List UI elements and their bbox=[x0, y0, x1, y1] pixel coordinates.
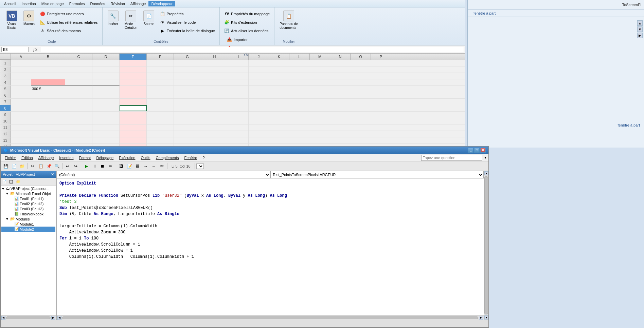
tree-item-feuil2[interactable]: 📊 Feuil2 (Feuil2) bbox=[1, 201, 55, 206]
cell-d10[interactable] bbox=[92, 118, 120, 124]
cell-e3[interactable] bbox=[120, 73, 147, 79]
project-view-object-btn[interactable]: 🔲 bbox=[8, 178, 14, 185]
cell-a13[interactable] bbox=[11, 137, 31, 143]
btn-proprietes[interactable]: 📋 Propriétés bbox=[158, 10, 217, 18]
cell-b11[interactable] bbox=[31, 124, 65, 131]
cell-i6[interactable] bbox=[228, 92, 249, 98]
cell-a11[interactable] bbox=[11, 124, 31, 131]
menu-developpeur[interactable]: Développeur bbox=[148, 1, 175, 6]
vba-menu-format[interactable]: Format bbox=[76, 155, 94, 160]
procedure-dropdown[interactable]: Test_PointsToScreenPixelsLARGEUR bbox=[270, 171, 484, 178]
fenetre-a-part-bottom[interactable]: fenêtre à part bbox=[615, 122, 643, 129]
cell-g6[interactable] bbox=[174, 92, 201, 98]
cell-g4[interactable] bbox=[174, 79, 201, 85]
expand-excel-objet[interactable]: ▼ bbox=[5, 192, 10, 195]
cell-i4[interactable] bbox=[228, 79, 249, 85]
cell-f11[interactable] bbox=[147, 124, 174, 131]
cell-j11[interactable] bbox=[249, 124, 269, 131]
cell-g5[interactable] bbox=[174, 86, 201, 92]
toolbar-open-btn[interactable]: 📁 bbox=[18, 162, 26, 170]
ribbon-btn-visual-basic[interactable]: VB VisualBasic bbox=[4, 9, 20, 31]
function-wizard-icon[interactable]: ƒx bbox=[32, 47, 39, 52]
toolbar-break-btn[interactable]: ⏸ bbox=[91, 162, 98, 170]
toolbar-copy-btn[interactable]: 📋 bbox=[37, 162, 44, 170]
cell-e11[interactable] bbox=[120, 124, 147, 131]
ribbon-btn-macros[interactable]: ⚙ Macros bbox=[21, 9, 37, 27]
cell-a7[interactable] bbox=[11, 99, 31, 105]
vba-maximize-btn[interactable]: □ bbox=[474, 148, 480, 153]
vba-close-btn[interactable]: ✕ bbox=[480, 148, 486, 153]
btn-securite-macros[interactable]: ⚠ Sécurité des macros bbox=[38, 27, 100, 35]
menu-revision[interactable]: Révision bbox=[108, 1, 128, 6]
cell-d4[interactable] bbox=[92, 79, 120, 85]
cell-g3[interactable] bbox=[174, 73, 201, 79]
menu-insertion[interactable]: Insertion bbox=[19, 1, 38, 6]
project-scroll-track[interactable] bbox=[6, 316, 51, 319]
vba-menu-outils[interactable]: Outils bbox=[138, 155, 153, 160]
vba-menu-fenetre[interactable]: Fenêtre bbox=[181, 155, 200, 160]
expand-modules[interactable]: ▼ bbox=[5, 217, 10, 221]
cell-c2[interactable] bbox=[65, 66, 92, 73]
toolbar-watch-btn[interactable]: 👁 bbox=[158, 162, 166, 170]
cell-f3[interactable] bbox=[147, 73, 174, 79]
code-scroll-up[interactable]: ▲ bbox=[484, 171, 488, 175]
cell-e8[interactable] bbox=[120, 105, 147, 111]
cell-i9[interactable] bbox=[228, 112, 249, 118]
formula-input[interactable] bbox=[40, 47, 464, 52]
btn-references-relatives[interactable]: 📐 Utiliser les références relatives bbox=[38, 19, 100, 26]
btn-actualiser[interactable]: 🔄 Actualiser les données bbox=[222, 27, 271, 35]
cell-f9[interactable] bbox=[147, 112, 174, 118]
cell-a2[interactable] bbox=[11, 66, 31, 73]
cell-c7[interactable] bbox=[65, 99, 92, 105]
cell-d5[interactable] bbox=[92, 86, 120, 92]
cell-f13[interactable] bbox=[147, 137, 174, 143]
project-close-btn[interactable]: ✕ bbox=[51, 172, 54, 177]
menu-formules[interactable]: Formules bbox=[67, 1, 88, 6]
ribbon-btn-panneau-docs[interactable]: 📋 Panneau dedocuments bbox=[277, 9, 300, 31]
cell-c12[interactable] bbox=[65, 131, 92, 137]
cell-i8[interactable] bbox=[228, 105, 249, 111]
cell-i7[interactable] bbox=[228, 99, 249, 105]
btn-enregistrer-macro[interactable]: 🔴 Enregistrer une macro bbox=[38, 10, 100, 18]
cell-i12[interactable] bbox=[228, 131, 249, 137]
vba-menu-execution[interactable]: Exécution bbox=[116, 155, 138, 160]
vba-menu-debogage[interactable]: Débogage bbox=[93, 155, 116, 160]
cell-e4[interactable] bbox=[120, 79, 147, 85]
cell-f1[interactable] bbox=[147, 60, 174, 66]
cell-f8[interactable] bbox=[147, 105, 174, 111]
cell-i5[interactable] bbox=[228, 86, 249, 92]
toolbar-class-btn[interactable]: 🏛 bbox=[134, 162, 141, 170]
cell-g13[interactable] bbox=[174, 137, 201, 143]
project-scroll-left[interactable]: ◀ bbox=[1, 316, 5, 320]
cell-j9[interactable] bbox=[249, 112, 269, 118]
cell-b10[interactable] bbox=[31, 118, 65, 124]
cell-f5[interactable] bbox=[147, 86, 174, 92]
cell-c8[interactable] bbox=[65, 105, 92, 111]
cell-d3[interactable] bbox=[92, 73, 120, 79]
btn-executer-boite[interactable]: ▶ Exécuter la boîte de dialogue bbox=[158, 27, 217, 35]
cell-c9[interactable] bbox=[65, 112, 92, 118]
cell-i2[interactable] bbox=[228, 66, 249, 73]
code-hscroll-track[interactable] bbox=[62, 316, 478, 319]
cell-c3[interactable] bbox=[65, 73, 92, 79]
cell-h8[interactable] bbox=[201, 105, 228, 111]
cell-h2[interactable] bbox=[201, 66, 228, 73]
cell-i10[interactable] bbox=[228, 118, 249, 124]
cell-a5[interactable] bbox=[11, 86, 31, 92]
toolbar-design-btn[interactable]: ✏ bbox=[107, 162, 114, 170]
cell-d7[interactable] bbox=[92, 99, 120, 105]
cell-g9[interactable] bbox=[174, 112, 201, 118]
cell-f4[interactable] bbox=[147, 79, 174, 85]
toolbar-new-btn[interactable]: 📄 bbox=[10, 162, 18, 170]
cell-a9[interactable] bbox=[11, 112, 31, 118]
btn-importer[interactable]: 📥 Importer bbox=[225, 36, 250, 43]
cell-h9[interactable] bbox=[201, 112, 228, 118]
toolbar-cut-btn[interactable]: ✂ bbox=[29, 162, 36, 170]
code-vscroll-track[interactable] bbox=[484, 176, 488, 314]
question-input[interactable] bbox=[421, 155, 482, 161]
btn-proprietes-mappage[interactable]: 🗺 Propriétés du mappage bbox=[222, 10, 271, 18]
cell-d11[interactable] bbox=[92, 124, 120, 131]
cell-b13[interactable] bbox=[31, 137, 65, 143]
toolbar-userform-btn[interactable]: 🖼 bbox=[118, 162, 125, 170]
vba-minimize-btn[interactable]: _ bbox=[468, 148, 473, 153]
